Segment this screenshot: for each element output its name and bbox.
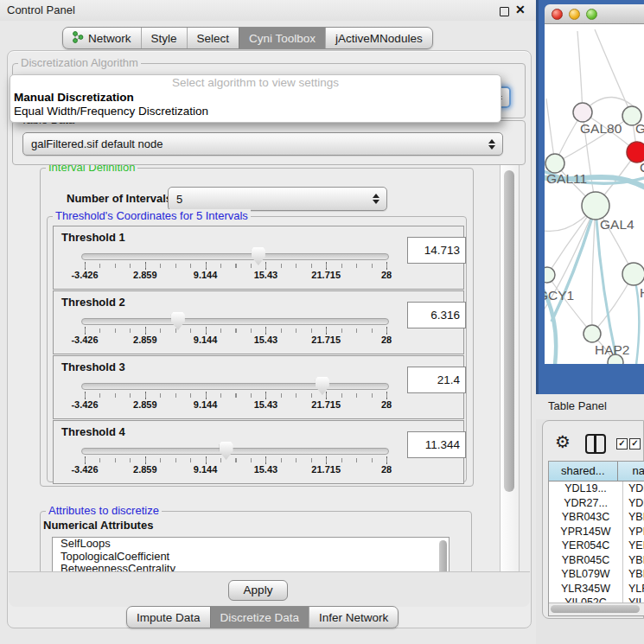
app-background: GAL80 GA C GAL11 GAL4 GCY1 H HAP2 [536, 0, 644, 394]
threshold-3-value-field[interactable]: 21.4 [407, 367, 466, 393]
tab-discretize-data-label: Discretize Data [220, 611, 300, 624]
close-icon[interactable]: ✕ [515, 3, 526, 16]
tick-label: 2.859 [133, 464, 157, 475]
node-label-hap2: HAP2 [595, 342, 630, 357]
network-icon [73, 31, 84, 46]
threshold-3-panel: Threshold 3 -3.4262.8599.14415.4321.7152… [53, 355, 464, 419]
settings-viewport: Interval Definition Number of Intervals … [12, 165, 500, 571]
slider-track[interactable] [81, 448, 389, 455]
tab-network[interactable]: Network [63, 28, 141, 48]
threshold-4-panel: Threshold 4 -3.4262.8599.14415.4321.7152… [53, 420, 464, 484]
slider-track[interactable] [81, 318, 389, 325]
node-label-gal80: GAL80 [580, 121, 622, 136]
node-label-partial: H [640, 285, 644, 300]
tick-label: 9.144 [194, 399, 218, 410]
tab-jactivemnodules-label: jActiveMNodules [335, 32, 423, 45]
tick-label: -3.426 [71, 464, 98, 475]
dropdown-item-equal-width-frequency[interactable]: Equal Width/Frequency Discretization [10, 105, 501, 118]
interval-definition-group: Interval Definition Number of Intervals … [40, 168, 474, 487]
combo-arrows-icon [484, 139, 500, 150]
network-node-gal11[interactable] [545, 154, 564, 173]
tick-label: 9.144 [194, 270, 218, 280]
tick-label: -3.426 [71, 335, 98, 345]
tick-label: 28 [381, 399, 392, 410]
tab-jactivemnodules[interactable]: jActiveMNodules [325, 28, 432, 48]
toolbox-tabs: Network Style Select Cyni Toolbox jActiv… [62, 27, 433, 49]
network-view-canvas[interactable]: GAL80 GA C GAL11 GAL4 GCY1 H HAP2 [545, 24, 644, 364]
tick-label: 9.144 [194, 464, 218, 475]
table-row[interactable]: YDR27...YDR2 [549, 496, 644, 511]
minimize-traffic-light[interactable] [569, 9, 580, 20]
tab-cyni-toolbox[interactable]: Cyni Toolbox [239, 28, 325, 48]
checkbox-icon[interactable]: ✓ [616, 438, 628, 450]
tick-label: 28 [381, 464, 392, 475]
threshold-1-panel: Threshold 1 -3.4262.8599.14415.4321.7152… [53, 226, 464, 290]
threshold-1-value-field[interactable]: 14.713 [407, 237, 466, 264]
slider-minor-ticks [85, 264, 387, 268]
control-panel-titlebar: Control Panel ✕ [0, 0, 536, 21]
table-row[interactable]: YPR145WYPR1 [549, 525, 644, 539]
split-view-icon[interactable] [585, 434, 606, 454]
apply-button[interactable]: Apply [228, 580, 288, 601]
list-item-betweennesscentrality[interactable]: BetweennessCentrality [53, 563, 449, 571]
table-row[interactable]: YBL079WYBL0 [549, 567, 644, 582]
table-data-selected-value: galFiltered.sif default node [23, 137, 484, 150]
table-row[interactable]: YBR043CYBR0 [549, 510, 644, 525]
tick-label: 9.144 [194, 335, 218, 345]
table-data-select[interactable]: galFiltered.sif default node [22, 132, 503, 156]
column-header-name[interactable]: na [618, 462, 644, 481]
cyni-toolbox-panel: Discretization Algorithm Select algorith… [7, 50, 532, 628]
close-traffic-light[interactable] [552, 9, 563, 20]
threshold-4-value-field[interactable]: 11.344 [407, 431, 466, 458]
network-window-titlebar[interactable] [545, 4, 644, 24]
tab-infer-network[interactable]: Infer Network [309, 607, 398, 628]
table-row[interactable]: YBR045CYBR0 [549, 553, 644, 568]
network-node-hap2[interactable] [583, 325, 601, 342]
settings-scrollbar[interactable] [500, 165, 520, 571]
table-row[interactable]: YDL19...YDL1 [549, 481, 644, 496]
table-horizontal-scrollbar[interactable] [549, 603, 644, 615]
checkbox-icon[interactable]: ✓ [629, 438, 641, 450]
attributes-list-scrollbar[interactable] [439, 540, 447, 571]
tick-label: 15.43 [254, 270, 278, 280]
thresholds-group-title: Threshold's Coordinates for 5 Intervals [53, 209, 251, 223]
tick-label: 2.859 [133, 270, 157, 280]
table-row[interactable]: YLR345WYLR3 [549, 582, 644, 596]
gear-icon[interactable]: ⚙ [555, 431, 571, 452]
number-of-intervals-select[interactable]: 5 [168, 187, 387, 211]
node-attribute-table: shared... na YDL19...YDL1 YDR27...YDR2 Y… [548, 461, 644, 616]
tick-label: 2.859 [133, 335, 157, 345]
network-node-gal4[interactable] [582, 192, 609, 220]
tab-discretize-data[interactable]: Discretize Data [210, 607, 309, 628]
table-horizontal-scrollbar-thumb[interactable] [551, 605, 640, 613]
tick-label: 21.715 [311, 399, 341, 410]
tick-label: 2.859 [133, 399, 157, 410]
table-data-group: Table Data galFiltered.sif default node [12, 120, 526, 165]
tab-select[interactable]: Select [187, 28, 239, 48]
table-row[interactable]: YER054CYER0 [549, 539, 644, 553]
float-window-icon[interactable] [500, 7, 509, 16]
thresholds-group: Threshold's Coordinates for 5 Intervals … [47, 216, 467, 482]
node-label-gal11: GAL11 [546, 171, 587, 186]
tick-label: 15.43 [254, 399, 278, 410]
settings-scrollbar-thumb[interactable] [504, 170, 514, 492]
network-node-gcy1[interactable] [545, 267, 555, 283]
slider-track[interactable] [81, 383, 389, 390]
zoom-traffic-light[interactable] [586, 9, 597, 20]
column-header-shared-name[interactable]: shared... [549, 462, 618, 481]
slider-track[interactable] [81, 253, 389, 260]
network-node-gal80[interactable] [573, 103, 592, 122]
threshold-2-value-field[interactable]: 6.316 [407, 302, 466, 328]
tab-network-label: Network [88, 32, 131, 45]
tick-label: 15.43 [254, 335, 278, 345]
tab-style[interactable]: Style [141, 28, 187, 48]
threshold-1-label: Threshold 1 [61, 231, 125, 244]
node-label-gcy1: GCY1 [545, 288, 574, 303]
slider-scale: -3.4262.8599.14415.4321.71528 [81, 399, 389, 411]
dropdown-item-manual-discretization[interactable]: Manual Discretization [10, 91, 501, 105]
slider-minor-ticks [85, 458, 387, 462]
tab-impute-data[interactable]: Impute Data [127, 607, 210, 628]
network-node[interactable] [622, 263, 644, 285]
list-item-topologicalcoefficient[interactable]: TopologicalCoefficient [53, 551, 449, 564]
list-item-selfloops[interactable]: SelfLoops [53, 538, 449, 551]
